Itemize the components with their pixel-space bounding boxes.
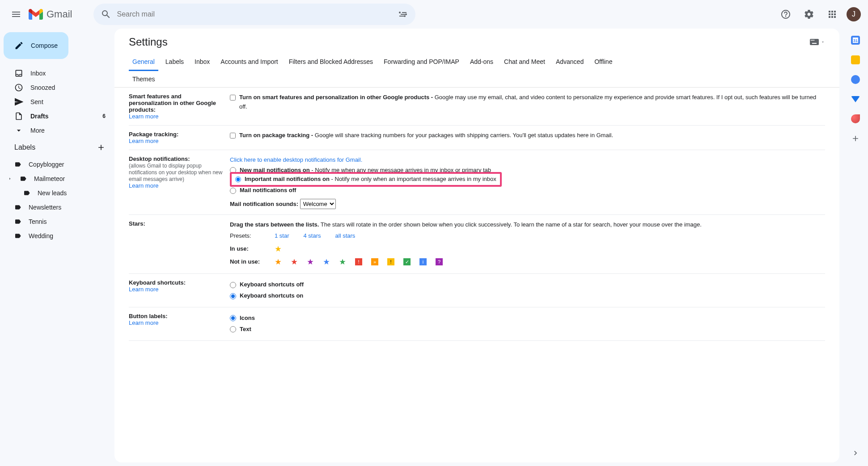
tab-offline[interactable]: Offline (591, 54, 616, 71)
smart-features-checkbox[interactable] (230, 95, 236, 101)
nav-drafts[interactable]: Drafts6 (4, 109, 111, 123)
settings-title: Settings (129, 36, 168, 48)
tab-inbox[interactable]: Inbox (191, 54, 213, 71)
blue-info-icon[interactable]: i (419, 258, 427, 265)
setting-stars: Stars: Drag the stars between the lists.… (129, 215, 825, 274)
clock-icon (14, 83, 23, 92)
label-newsletters[interactable]: Newsletters (4, 200, 111, 214)
settings-button[interactable] (800, 5, 818, 23)
support-button[interactable] (777, 5, 795, 23)
tab-filters[interactable]: Filters and Blocked Addresses (285, 54, 377, 71)
star-green-icon[interactable] (339, 258, 346, 265)
notifications-learn-more[interactable]: Learn more (129, 182, 158, 189)
package-tracking-learn-more[interactable]: Learn more (129, 138, 158, 144)
search-icon (101, 9, 111, 20)
search-bar[interactable] (93, 4, 415, 25)
show-side-panel-button[interactable] (851, 449, 860, 459)
notif-off-radio[interactable] (230, 188, 236, 194)
meteor-app-icon[interactable] (851, 114, 860, 123)
label-wedding[interactable]: Wedding (4, 229, 111, 243)
google-apps-button[interactable] (823, 5, 841, 23)
red-bang-icon[interactable]: ! (355, 258, 362, 265)
button-labels-learn-more[interactable]: Learn more (129, 319, 158, 326)
gmail-logo-text: Gmail (47, 8, 72, 20)
notif-important-highlight: Important mail notifications on - Notify… (230, 172, 502, 187)
keyboard-off-radio[interactable] (230, 282, 236, 288)
nav-inbox[interactable]: Inbox (4, 66, 111, 80)
keyboard-learn-more[interactable]: Learn more (129, 286, 158, 293)
tab-themes[interactable]: Themes (129, 71, 821, 87)
star-red-icon[interactable] (291, 258, 298, 265)
label-icon (14, 204, 21, 211)
notif-sound-select[interactable]: Welcome (300, 199, 336, 209)
nav-more[interactable]: More (4, 123, 111, 138)
compose-button[interactable]: Compose (4, 32, 68, 59)
tab-accounts[interactable]: Accounts and Import (217, 54, 281, 71)
tasks-app-icon[interactable] (851, 75, 860, 84)
side-panel: 31 (843, 29, 868, 466)
button-labels-icons-radio[interactable] (230, 315, 236, 321)
label-tennis[interactable]: Tennis (4, 214, 111, 229)
purple-question-icon[interactable]: ? (436, 258, 443, 265)
settings-tabs: General Labels Inbox Accounts and Import… (114, 54, 839, 88)
tab-advanced[interactable]: Advanced (552, 54, 587, 71)
svg-point-2 (404, 15, 406, 17)
nav-snoozed[interactable]: Snoozed (4, 80, 111, 95)
search-input[interactable] (117, 10, 392, 18)
svg-rect-6 (813, 40, 814, 41)
label-icon (20, 175, 27, 182)
orange-arrow-icon[interactable]: » (371, 258, 378, 265)
smart-features-learn-more[interactable]: Learn more (129, 113, 158, 120)
label-mailmeteor[interactable]: Mailmeteor (4, 172, 111, 186)
keep-app-icon[interactable] (851, 55, 860, 64)
notif-important-radio[interactable] (235, 176, 241, 182)
dropdown-icon (821, 40, 825, 44)
preset-4-stars[interactable]: 4 stars (304, 231, 321, 241)
labels-header: Labels (4, 138, 111, 157)
green-check-icon[interactable]: ✓ (403, 258, 411, 265)
label-copyblogger[interactable]: Copyblogger (4, 157, 111, 172)
star-purple-icon[interactable] (307, 258, 314, 265)
hamburger-icon (11, 9, 21, 20)
star-orange-icon[interactable] (275, 258, 282, 265)
tab-labels[interactable]: Labels (162, 54, 187, 71)
setting-desktop-notifications: Desktop notifications: (allows Gmail to … (129, 150, 825, 215)
calendar-app-icon[interactable]: 31 (851, 36, 860, 45)
app-header: Gmail J (0, 0, 868, 29)
tab-general[interactable]: General (129, 54, 158, 71)
tab-chat[interactable]: Chat and Meet (500, 54, 549, 71)
star-blue-icon[interactable] (323, 258, 330, 265)
input-tools-button[interactable] (810, 39, 825, 45)
star-yellow-icon[interactable] (275, 245, 282, 252)
package-tracking-checkbox[interactable] (230, 133, 236, 139)
chevron-right-icon (851, 449, 860, 458)
button-labels-text-radio[interactable] (230, 326, 236, 332)
preset-1-star[interactable]: 1 star (275, 231, 289, 241)
plus-icon[interactable] (97, 143, 106, 152)
gmail-logo[interactable]: Gmail (29, 8, 72, 20)
preset-all-stars[interactable]: all stars (335, 231, 356, 241)
svg-rect-7 (812, 43, 817, 44)
setting-keyboard-shortcuts: Keyboard shortcuts:Learn more Keyboard s… (129, 274, 825, 307)
header-actions: J (777, 5, 861, 23)
setting-button-labels: Button labels:Learn more Icons Text (129, 307, 825, 341)
label-icon (23, 189, 30, 197)
svg-point-1 (405, 13, 407, 15)
enable-notifications-link[interactable]: Click here to enable desktop notificatio… (230, 156, 362, 163)
tab-addons[interactable]: Add-ons (466, 54, 497, 71)
label-icon (14, 232, 21, 239)
caret-right-icon[interactable] (7, 176, 13, 181)
label-new-leads[interactable]: New leads (4, 186, 111, 200)
search-options-icon[interactable] (398, 9, 408, 20)
tab-forwarding[interactable]: Forwarding and POP/IMAP (380, 54, 463, 71)
contacts-app-icon[interactable] (851, 96, 860, 102)
yellow-bang-icon[interactable]: ! (387, 258, 394, 265)
keyboard-on-radio[interactable] (230, 293, 236, 299)
gear-icon (804, 9, 814, 20)
nav-sent[interactable]: Sent (4, 95, 111, 109)
send-icon (14, 97, 23, 106)
main-menu-button[interactable] (7, 5, 25, 23)
add-apps-button[interactable] (851, 134, 860, 143)
sidebar: Compose Inbox Snoozed Sent Drafts6 More … (0, 29, 114, 466)
account-avatar[interactable]: J (847, 7, 861, 21)
